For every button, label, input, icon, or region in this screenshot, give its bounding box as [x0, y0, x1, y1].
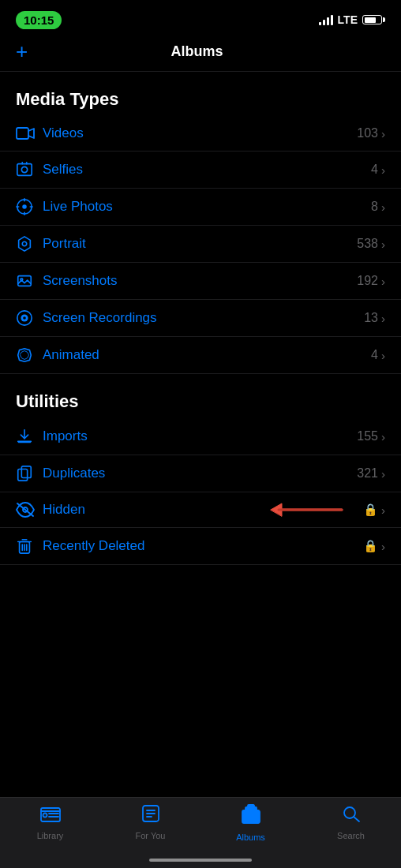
list-item-videos[interactable]: Videos 103 › [0, 116, 401, 152]
animated-label: Animated [43, 347, 371, 363]
albums-tab-icon [240, 804, 262, 829]
live-photos-right: 8 › [371, 200, 385, 214]
imports-label: Imports [43, 428, 357, 444]
recently-deleted-icon [16, 537, 43, 555]
signal-bars-icon [319, 14, 333, 25]
status-right: LTE [319, 13, 385, 26]
svg-rect-38 [242, 810, 260, 823]
recently-deleted-label: Recently Deleted [43, 538, 363, 554]
hidden-icon [16, 502, 43, 518]
animated-count: 4 [371, 348, 378, 362]
videos-icon [16, 125, 43, 141]
svg-rect-18 [21, 466, 31, 478]
library-tab-label: Library [37, 831, 64, 840]
selfies-right: 4 › [371, 163, 385, 177]
svg-point-6 [22, 204, 27, 209]
media-types-header: Media Types [0, 72, 401, 116]
svg-rect-0 [17, 128, 28, 139]
recently-deleted-chevron-icon: › [381, 540, 385, 553]
svg-point-16 [23, 316, 26, 320]
imports-chevron-icon: › [381, 430, 385, 443]
svg-rect-12 [18, 276, 32, 286]
screenshots-icon [16, 272, 43, 290]
portrait-icon [16, 235, 43, 253]
svg-point-2 [21, 166, 27, 172]
screen-recordings-right: 13 › [364, 311, 385, 325]
duplicates-chevron-icon: › [381, 467, 385, 481]
live-photos-chevron-icon: › [381, 200, 385, 214]
screen-recordings-label: Screen Recordings [43, 310, 364, 326]
battery-icon [362, 15, 385, 24]
live-photos-icon [16, 198, 43, 215]
svg-line-42 [354, 817, 359, 821]
tab-library[interactable]: Library [0, 804, 100, 840]
hidden-right: 🔒 › [363, 503, 385, 517]
selfies-label: Selfies [43, 162, 371, 178]
list-item-recently-deleted[interactable]: Recently Deleted 🔒 › [0, 528, 401, 565]
content-area: Media Types Videos 103 › Selfies 4 [0, 72, 401, 636]
tab-for-you[interactable]: For You [100, 804, 200, 840]
home-indicator [149, 859, 252, 862]
list-item-selfies[interactable]: Selfies 4 › [0, 152, 401, 189]
albums-tab-label: Albums [236, 832, 265, 842]
lte-label: LTE [338, 13, 358, 26]
utilities-header: Utilities [0, 374, 401, 418]
recently-deleted-lock-icon: 🔒 [363, 539, 378, 553]
screenshots-chevron-icon: › [381, 275, 385, 288]
animated-right: 4 › [371, 348, 385, 362]
duplicates-label: Duplicates [43, 466, 357, 481]
for-you-tab-label: For You [136, 831, 166, 840]
selfies-icon [16, 161, 43, 178]
svg-rect-1 [17, 164, 32, 176]
imports-count: 155 [357, 429, 378, 443]
svg-point-11 [22, 241, 27, 246]
videos-chevron-icon: › [381, 127, 385, 140]
selfies-chevron-icon: › [381, 163, 385, 177]
hidden-chevron-icon: › [381, 503, 385, 517]
tab-search[interactable]: Search [301, 804, 401, 840]
status-time: 10:15 [16, 11, 62, 29]
portrait-count: 538 [357, 237, 378, 251]
videos-label: Videos [43, 125, 357, 141]
add-button[interactable]: + [16, 41, 28, 62]
live-photos-label: Live Photos [43, 199, 371, 215]
status-bar: 10:15 LTE [0, 0, 401, 35]
recently-deleted-right: 🔒 › [363, 539, 385, 553]
page-title: Albums [28, 43, 366, 60]
library-tab-icon [39, 804, 62, 828]
search-tab-icon [340, 804, 362, 828]
portrait-right: 538 › [357, 237, 385, 251]
videos-count: 103 [357, 126, 378, 140]
portrait-chevron-icon: › [381, 238, 385, 251]
svg-rect-19 [18, 470, 28, 481]
list-item-screen-recordings[interactable]: Screen Recordings 13 › [0, 300, 401, 337]
for-you-tab-icon [140, 804, 162, 828]
list-item-animated[interactable]: Animated 4 › [0, 337, 401, 374]
list-item-hidden[interactable]: Hidden 🔒 › [0, 492, 401, 528]
hidden-lock-icon: 🔒 [363, 503, 378, 517]
duplicates-right: 321 › [357, 466, 385, 481]
list-item-live-photos[interactable]: Live Photos 8 › [0, 189, 401, 226]
screen-recordings-count: 13 [364, 311, 378, 325]
svg-rect-40 [248, 805, 254, 808]
imports-right: 155 › [357, 429, 385, 443]
animated-icon [16, 346, 43, 364]
duplicates-count: 321 [357, 466, 378, 481]
list-item-imports[interactable]: Imports 155 › [0, 418, 401, 455]
red-arrow-annotation [271, 500, 358, 519]
selfies-count: 4 [371, 163, 378, 177]
svg-rect-17 [18, 441, 32, 443]
tab-albums[interactable]: Albums [200, 804, 301, 842]
live-photos-count: 8 [371, 200, 378, 214]
imports-icon [16, 428, 43, 445]
screenshots-right: 192 › [357, 274, 385, 288]
tab-bar: Library For You Albums [0, 797, 401, 868]
search-tab-label: Search [337, 831, 365, 840]
list-item-portrait[interactable]: Portrait 538 › [0, 226, 401, 263]
svg-rect-30 [41, 808, 60, 821]
list-item-duplicates[interactable]: Duplicates 321 › [0, 455, 401, 492]
videos-right: 103 › [357, 126, 385, 140]
screenshots-count: 192 [357, 274, 378, 288]
header: + Albums [0, 35, 401, 72]
list-item-screenshots[interactable]: Screenshots 192 › [0, 263, 401, 300]
